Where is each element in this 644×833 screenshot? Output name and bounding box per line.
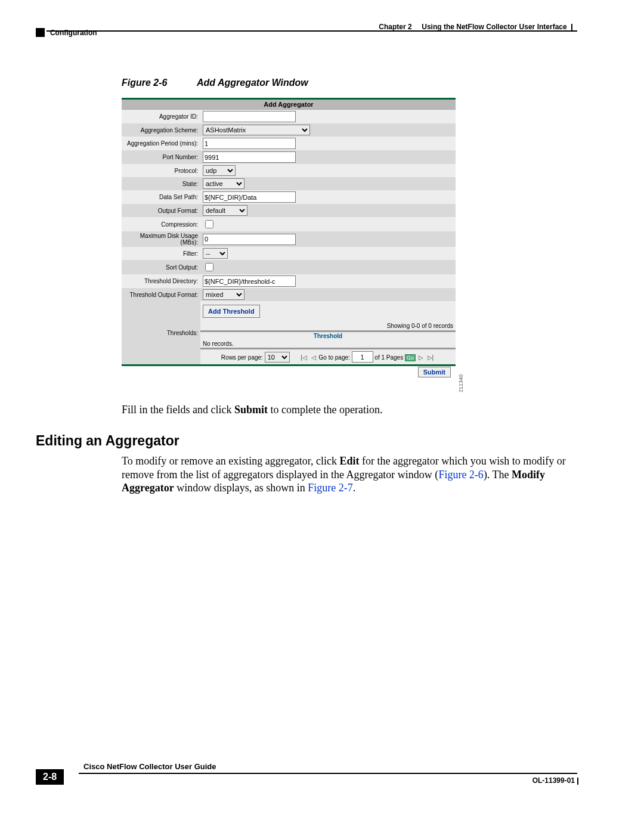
label-data-set-path: Data Set Path: [122, 190, 200, 204]
of-pages-text: of 1 Pages [374, 354, 403, 361]
pager-last-icon[interactable]: ▷| [426, 354, 435, 361]
chapter-title: Using the NetFlow Collector User Interfa… [422, 23, 566, 31]
threshold-count-text: Showing 0-0 of 0 records [200, 321, 456, 330]
label-state: State: [122, 177, 200, 190]
add-threshold-button[interactable]: Add Threshold [203, 305, 260, 318]
edit-para-1d: ). The [484, 469, 512, 481]
screenshot-id: 211340 [458, 374, 464, 392]
goto-page-input[interactable] [352, 351, 373, 363]
figure-label: Figure 2-6 [122, 78, 167, 88]
threshold-column-header[interactable]: Threshold [200, 332, 456, 340]
pager-go-button[interactable]: Go [405, 354, 416, 361]
header-square-icon [36, 28, 45, 37]
fill-text-bold: Submit [234, 404, 268, 416]
pager-first-icon[interactable]: |◁ [299, 354, 308, 361]
threshold-output-format-select[interactable]: mixed [203, 289, 244, 300]
chapter-label: Chapter 2 [379, 23, 411, 31]
submit-button[interactable]: Submit [418, 367, 451, 377]
edit-bold-edit: Edit [339, 455, 359, 467]
section-name: Configuration [50, 29, 97, 37]
figure-2-7-link[interactable]: Figure 2-7 [308, 482, 353, 494]
filter-select[interactable]: -- [203, 248, 228, 259]
aggregation-period-input[interactable] [203, 138, 296, 149]
output-format-select[interactable]: default [203, 205, 247, 216]
rows-per-page-label: Rows per page: [221, 354, 263, 361]
aggregator-id-input[interactable] [203, 111, 296, 122]
threshold-no-records: No records. [200, 340, 456, 348]
goto-page-label: Go to page: [319, 354, 350, 361]
label-threshold-directory: Threshold Directory: [122, 274, 200, 288]
label-max-disk-usage: Maximum Disk Usage (MBs): [122, 231, 200, 247]
figure-title: Add Aggregator Window [197, 78, 308, 88]
fill-text-post: to complete the operation. [268, 404, 382, 416]
label-thresholds: Thresholds: [122, 301, 200, 364]
doc-id: OL-11399-01 [532, 776, 575, 785]
label-aggregation-period: Aggregation Period (mins): [122, 137, 200, 150]
rows-per-page-select[interactable]: 10 [265, 352, 290, 363]
pager-next-icon[interactable]: ▷ [417, 354, 425, 361]
label-port-number: Port Number: [122, 150, 200, 164]
label-output-format: Output Format: [122, 204, 200, 217]
figure-2-6-link[interactable]: Figure 2-6 [438, 469, 484, 481]
edit-para-1a: To modify or remove an existing aggregat… [122, 455, 339, 467]
sort-output-checkbox[interactable] [205, 263, 213, 271]
compression-checkbox[interactable] [205, 220, 213, 228]
pager-prev-icon[interactable]: ◁ [310, 354, 317, 361]
label-compression: Compression: [122, 217, 200, 231]
editing-aggregator-heading: Editing an Aggregator [36, 433, 179, 449]
threshold-pager: Rows per page: 10 |◁ ◁ Go to page: of 1 … [200, 349, 456, 364]
edit-para-1f: window displays, as shown in [174, 482, 308, 494]
edit-para-1g: . [353, 482, 356, 494]
state-select[interactable]: active [203, 178, 244, 189]
label-sort-output: Sort Output: [122, 260, 200, 274]
protocol-select[interactable]: udp [203, 165, 236, 176]
page-number-badge: 2-8 [36, 769, 64, 785]
label-threshold-output-format: Threshold Output Format: [122, 288, 200, 301]
data-set-path-input[interactable] [203, 191, 296, 203]
label-filter: Filter: [122, 247, 200, 260]
port-number-input[interactable] [203, 151, 296, 163]
max-disk-usage-input[interactable] [203, 234, 296, 245]
aggregation-scheme-select[interactable]: ASHostMatrix [203, 125, 310, 135]
label-protocol: Protocol: [122, 164, 200, 177]
label-aggregation-scheme: Aggregation Scheme: [122, 123, 200, 137]
footer-guide-title: Cisco NetFlow Collector User Guide [83, 762, 216, 771]
panel-title: Add Aggregator [122, 100, 456, 110]
add-aggregator-screenshot: Add Aggregator Aggregator ID: Aggregatio… [122, 98, 456, 378]
label-aggregator-id: Aggregator ID: [122, 110, 200, 123]
fill-text-pre: Fill in the fields and click [122, 404, 234, 416]
threshold-directory-input[interactable] [203, 275, 296, 287]
